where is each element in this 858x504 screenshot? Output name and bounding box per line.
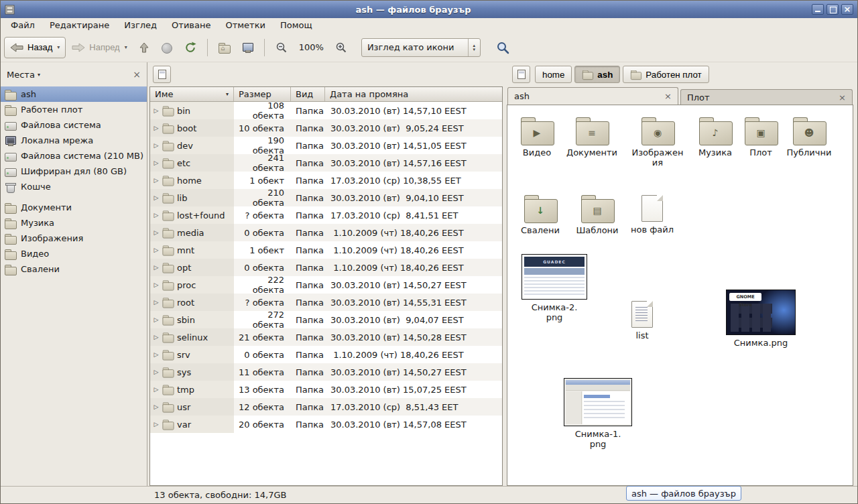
sidebar-item[interactable]: ash <box>1 86 147 102</box>
file-row[interactable]: ▷ proc 222 обекта Папка 30.03.2010 (вт) … <box>150 276 502 294</box>
sidebar-item[interactable]: Файлова система (210 MB) <box>1 148 147 164</box>
sidebar-item[interactable]: Кошче <box>1 179 147 194</box>
taskbar-window-button[interactable]: ash — файлов браузър <box>626 486 741 501</box>
menu-item[interactable]: Помощ <box>273 19 320 32</box>
file-row[interactable]: ▷ etc 241 обекта Папка 30.03.2010 (вт) 1… <box>150 154 502 172</box>
tab-close-icon[interactable]: × <box>658 92 672 101</box>
close-button[interactable] <box>841 4 853 15</box>
expander-icon[interactable]: ▷ <box>152 194 160 201</box>
file-row[interactable]: ▷ boot 10 обекта Папка 30.03.2010 (вт) 9… <box>150 119 502 137</box>
file-row[interactable]: ▷ media 0 обекта Папка 1.10.2009 (чт) 18… <box>150 224 502 241</box>
file-row[interactable]: ▷ dev 190 обекта Папка 30.03.2010 (вт) 1… <box>150 137 502 154</box>
maximize-button[interactable] <box>826 4 839 15</box>
file-item-music[interactable]: ♪ Музика <box>690 115 741 158</box>
file-row[interactable]: ▷ tmp 13 обекта Папка 30.03.2010 (вт) 15… <box>150 381 502 398</box>
file-item-list[interactable]: list <box>617 298 668 340</box>
computer-button[interactable] <box>236 37 259 58</box>
sidebar-dropdown-icon[interactable]: ▾ <box>38 72 40 78</box>
file-item-downloads[interactable]: ↓ Свалени <box>515 192 566 235</box>
breadcrumb-button[interactable]: home <box>535 66 572 83</box>
home-button[interactable]: ⌂ <box>212 37 236 58</box>
sidebar-item[interactable]: Видео <box>1 246 147 261</box>
tab-ash[interactable]: ash × <box>507 87 678 105</box>
minimize-button[interactable] <box>812 4 824 15</box>
expander-icon[interactable]: ▷ <box>152 107 160 114</box>
file-item-desktop[interactable]: ▣ Плот <box>735 115 786 158</box>
zoom-out-button[interactable] <box>269 37 294 58</box>
menu-item[interactable]: Отметки <box>218 19 272 32</box>
file-item-templates[interactable]: ▤ Шаблони <box>572 192 623 235</box>
expander-icon[interactable]: ▷ <box>152 369 160 375</box>
breadcrumb-button[interactable]: ash <box>574 66 620 83</box>
file-row[interactable]: ▷ lib 210 обекта Папка 30.03.2010 (вт) 9… <box>150 189 502 206</box>
file-row[interactable]: ▷ mnt 1 обект Папка 1.10.2009 (чт) 18,40… <box>150 241 502 259</box>
file-row[interactable]: ▷ opt 0 обекта Папка 1.10.2009 (чт) 18,4… <box>150 259 502 276</box>
file-row[interactable]: ▷ root ? обекта Папка 30.03.2010 (вт) 14… <box>150 294 502 311</box>
file-row[interactable]: ▷ var 20 обекта Папка 30.03.2010 (вт) 14… <box>150 416 502 433</box>
tab-plot[interactable]: Плот × <box>680 89 853 105</box>
expander-icon[interactable]: ▷ <box>152 212 160 218</box>
file-row[interactable]: ▷ selinux 21 обекта Папка 30.03.2010 (вт… <box>150 328 502 346</box>
expander-icon[interactable]: ▷ <box>152 264 160 271</box>
file-row[interactable]: ▷ sbin 272 обекта Папка 30.03.2010 (вт) … <box>150 311 502 328</box>
expander-icon[interactable]: ▷ <box>152 177 160 184</box>
menu-item[interactable]: Файл <box>3 19 42 32</box>
menu-item[interactable]: Отиване <box>164 19 218 32</box>
sidebar-item[interactable]: Музика <box>1 215 147 231</box>
expander-icon[interactable]: ▷ <box>152 281 160 288</box>
sidebar-item[interactable]: Файлова система <box>1 117 147 133</box>
menu-item[interactable]: Изглед <box>117 19 164 32</box>
forward-button[interactable]: Напред ▾ <box>66 37 133 58</box>
titlebar[interactable]: ash — файлов браузър <box>1 1 857 18</box>
expander-icon[interactable]: ▷ <box>152 160 160 166</box>
menu-item[interactable]: Редактиране <box>42 19 117 32</box>
search-button[interactable] <box>490 37 515 58</box>
back-button[interactable]: Назад ▾ <box>4 37 66 58</box>
icon-view[interactable]: ▶ Видео ≡ Документи ◉ Изображен ия ♪ Муз… <box>507 105 853 485</box>
expander-icon[interactable]: ▷ <box>152 142 160 149</box>
expander-icon[interactable]: ▷ <box>152 229 160 236</box>
expander-icon[interactable]: ▷ <box>152 316 160 323</box>
expander-icon[interactable]: ▷ <box>152 386 160 393</box>
column-header-type[interactable]: Вид <box>291 87 325 101</box>
sidebar-item[interactable]: Шифриран дял (80 GB) <box>1 164 147 179</box>
pane-location-button[interactable] <box>512 66 530 83</box>
expander-icon[interactable]: ▷ <box>152 125 160 131</box>
file-row[interactable]: ▷ home 1 обект Папка 17.03.2010 (ср) 10,… <box>150 172 502 189</box>
reload-button[interactable] <box>178 37 202 58</box>
file-item-snimka-2[interactable]: GUADEC Снимка-2. png <box>517 254 591 322</box>
sidebar-item[interactable]: Изображения <box>1 231 147 246</box>
sidebar-item[interactable]: Работен плот <box>1 102 147 117</box>
column-header-name[interactable]: Име ▾ <box>150 87 234 101</box>
file-row[interactable]: ▷ lost+found ? обекта Папка 17.03.2010 (… <box>150 206 502 224</box>
file-item-new-file[interactable]: нов файл <box>627 192 678 235</box>
expander-icon[interactable]: ▷ <box>152 403 160 410</box>
stop-button[interactable] <box>155 37 178 58</box>
file-item-snimka-1[interactable]: Снимка-1. png <box>561 378 635 449</box>
column-header-size[interactable]: Размер <box>234 87 291 101</box>
zoom-in-button[interactable] <box>329 37 353 58</box>
sidebar-close-icon[interactable]: × <box>133 70 141 79</box>
file-item-pictures[interactable]: ◉ Изображен ия <box>632 115 683 168</box>
view-mode-dropdown[interactable]: Изглед като икони ▴▾ <box>361 38 481 57</box>
expander-icon[interactable]: ▷ <box>152 334 160 340</box>
expander-icon[interactable]: ▷ <box>152 299 160 306</box>
file-item-video[interactable]: ▶ Видео <box>511 115 562 158</box>
sidebar-item[interactable]: Локална мрежа <box>1 133 147 148</box>
column-header-date[interactable]: Дата на промяна <box>325 87 502 101</box>
file-row[interactable]: ▷ srv 0 обекта Папка 1.10.2009 (чт) 18,4… <box>150 346 502 363</box>
expander-icon[interactable]: ▷ <box>152 421 160 428</box>
file-row[interactable]: ▷ bin 108 обекта Папка 30.03.2010 (вт) 1… <box>150 102 502 119</box>
file-item-documents[interactable]: ≡ Документи <box>566 115 617 158</box>
up-button[interactable] <box>133 37 155 58</box>
file-item-snimka[interactable]: GNOME Store Снимка.png <box>724 290 798 348</box>
file-row[interactable]: ▷ sys 11 обекта Папка 30.03.2010 (вт) 14… <box>150 363 502 381</box>
tab-close-icon[interactable]: × <box>832 93 846 102</box>
pane-location-button[interactable] <box>153 66 171 83</box>
file-item-public[interactable]: ☻ Публични <box>784 115 835 158</box>
expander-icon[interactable]: ▷ <box>152 351 160 358</box>
breadcrumb-button[interactable]: Работен плот <box>623 66 709 83</box>
expander-icon[interactable]: ▷ <box>152 247 160 253</box>
sidebar-item[interactable]: Свалени <box>1 261 147 277</box>
file-row[interactable]: ▷ usr 12 обекта Папка 17.03.2010 (ср) 8,… <box>150 398 502 416</box>
